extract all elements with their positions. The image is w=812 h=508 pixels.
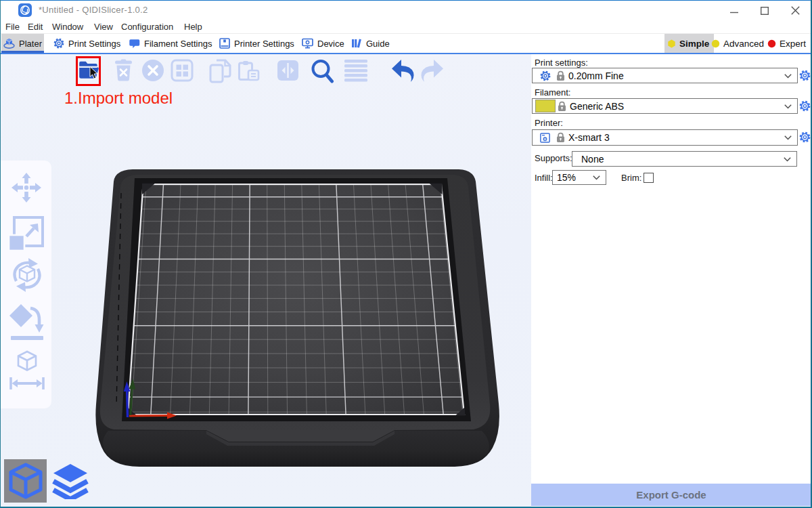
- window-border-top: [0, 0, 812, 1]
- guide-icon: [351, 38, 362, 49]
- toolbar-paste-button[interactable]: [237, 59, 263, 83]
- toolbar-redo-button[interactable]: [419, 59, 445, 83]
- lock-icon: [558, 101, 566, 112]
- mode-advanced[interactable]: Advanced: [711, 34, 764, 53]
- toolbar-search-button[interactable]: [310, 59, 334, 84]
- brim-label: Brim:: [621, 173, 641, 183]
- close-icon: [791, 6, 800, 15]
- view-preview-layers-button[interactable]: [51, 461, 89, 501]
- gizmo-measure-button[interactable]: [8, 350, 46, 392]
- toolbar-arrange-button[interactable]: [171, 59, 194, 82]
- toolbar-undo-button[interactable]: [390, 59, 416, 83]
- 3d-viewport[interactable]: 1.Import model: [0, 54, 531, 507]
- menu-file[interactable]: File: [5, 21, 20, 33]
- toolbar-copy-button[interactable]: [208, 59, 233, 83]
- undo-arrow-icon: [390, 59, 416, 83]
- title-bar: *Untitled - QIDISlicer-1.0.2: [0, 1, 812, 20]
- toolbar-delete-button[interactable]: [112, 59, 135, 82]
- tab-printer-settings[interactable]: Printer Settings: [213, 34, 300, 53]
- chevron-down-icon: [784, 135, 792, 140]
- minimize-icon: [730, 7, 738, 15]
- app-window: *Untitled - QIDISlicer-1.0.2 File Edit W…: [0, 0, 812, 508]
- expert-mode-dot-icon: [767, 39, 776, 48]
- tab-label: Guide: [366, 39, 390, 49]
- maximize-icon: [761, 7, 769, 15]
- maximize-button[interactable]: [749, 1, 780, 20]
- menu-view[interactable]: View: [94, 21, 113, 33]
- filament-value: Generic ABS: [570, 101, 624, 112]
- infill-combo[interactable]: 15%: [552, 170, 606, 185]
- tab-label: Plater: [19, 39, 42, 49]
- cube-3d-view-icon: [8, 463, 43, 499]
- redo-arrow-icon: [419, 59, 445, 83]
- tab-bar: Plater Print Settings Filament Settings …: [0, 34, 812, 53]
- print-settings-combo[interactable]: 0.20mm Fine: [532, 68, 798, 83]
- mouse-cursor-icon: [89, 66, 99, 81]
- print-settings-value: 0.20mm Fine: [568, 70, 624, 81]
- gizmo-rotate-button[interactable]: [8, 257, 46, 296]
- plater-icon: [3, 38, 15, 49]
- tab-label: Printer Settings: [234, 39, 294, 49]
- mode-label: Simple: [679, 39, 709, 49]
- tab-filament-settings[interactable]: Filament Settings: [123, 34, 218, 53]
- printer-combo[interactable]: X-smart 3: [532, 129, 798, 146]
- layers-stack-icon: [52, 463, 89, 499]
- paste-icon: [237, 59, 263, 83]
- toolbar-split-button[interactable]: [276, 59, 300, 82]
- mode-expert[interactable]: Expert: [767, 34, 806, 53]
- gizmo-place-on-face-button[interactable]: [8, 303, 46, 344]
- chevron-down-icon: [784, 74, 792, 79]
- view-3d-editor-button[interactable]: [4, 459, 47, 503]
- tab-label: Filament Settings: [144, 39, 212, 49]
- gizmo-scale-button[interactable]: [8, 214, 45, 252]
- settings-sidebar: Print settings: 0.20mm Fine Filament:: [531, 54, 812, 507]
- mode-label: Expert: [780, 39, 806, 49]
- scale-icon: [8, 214, 45, 252]
- filament-combo[interactable]: Generic ABS: [532, 98, 798, 114]
- tab-plater[interactable]: Plater: [1, 34, 44, 53]
- tab-label: Print Settings: [68, 39, 120, 49]
- toolbar-layer-height-button[interactable]: [343, 59, 369, 83]
- print-bed-3d: [0, 54, 531, 507]
- infill-label: Infill:: [535, 173, 553, 183]
- filament-label: Filament:: [535, 87, 570, 98]
- menu-help[interactable]: Help: [184, 21, 202, 33]
- tab-label: Device: [317, 39, 344, 49]
- gizmo-move-button[interactable]: [8, 173, 45, 203]
- tab-device[interactable]: Device: [296, 34, 351, 53]
- export-gcode-button[interactable]: Export G-code: [531, 484, 811, 506]
- chevron-down-icon: [784, 104, 792, 109]
- place-on-face-icon: [8, 303, 46, 344]
- supports-value: None: [581, 154, 604, 165]
- brim-checkbox[interactable]: [644, 173, 654, 183]
- window-border-left: [0, 0, 1, 508]
- tab-print-settings[interactable]: Print Settings: [47, 34, 127, 53]
- printer-gear-button[interactable]: [799, 131, 811, 143]
- arrange-grid-icon: [171, 59, 194, 82]
- move-icon: [8, 173, 45, 203]
- supports-combo[interactable]: None: [572, 151, 797, 167]
- circle-x-icon: [141, 59, 164, 82]
- gear-icon: [53, 38, 64, 49]
- copy-icon: [208, 59, 233, 83]
- measure-icon: [8, 350, 46, 392]
- filament-color-swatch: [535, 100, 556, 112]
- trash-icon: [112, 59, 135, 82]
- print-settings-label: Print settings:: [535, 58, 588, 68]
- menu-window[interactable]: Window: [52, 21, 83, 33]
- lock-icon: [556, 70, 565, 81]
- tabbar-accent-line: [0, 53, 812, 54]
- print-settings-gear-button[interactable]: [799, 70, 811, 81]
- supports-label: Supports:: [535, 153, 572, 163]
- menu-edit[interactable]: Edit: [28, 21, 43, 33]
- mode-simple[interactable]: Simple: [664, 34, 714, 53]
- menu-configuration[interactable]: Configuration: [121, 21, 173, 33]
- chevron-down-icon: [593, 175, 600, 180]
- minimize-button[interactable]: [719, 1, 749, 20]
- simple-mode-dot-icon: [667, 39, 676, 48]
- close-button[interactable]: [780, 1, 811, 20]
- tab-guide[interactable]: Guide: [345, 34, 396, 53]
- toolbar-delete-all-button[interactable]: [141, 59, 164, 82]
- printer-small-icon: [540, 133, 550, 143]
- filament-gear-button[interactable]: [799, 100, 811, 112]
